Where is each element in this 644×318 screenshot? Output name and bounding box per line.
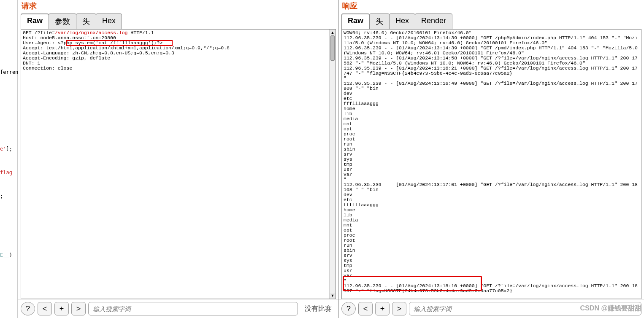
next-match-button[interactable]: > [392, 302, 406, 315]
response-body[interactable]: WOW64; rv:46.0) Gecko/20100101 Firefox/4… [342, 30, 641, 299]
tab-hex[interactable]: Hex [96, 13, 122, 29]
tab-hex[interactable]: Hex [389, 13, 415, 29]
request-scrollbar[interactable]: ▲ ▼ [329, 30, 336, 299]
tab-params[interactable]: 参数 [49, 13, 76, 29]
gutter-line: E__ [0, 252, 9, 258]
code-gutter: ferren e']; flag ; E__) [0, 0, 18, 318]
help-button[interactable]: ? [341, 302, 356, 315]
scroll-thumb[interactable] [330, 35, 335, 61]
tab-headers[interactable]: 头 [369, 13, 390, 29]
gutter-line: ferren [0, 69, 18, 75]
request-body[interactable]: GET /?file=/var/log/nginx/access.log HTT… [21, 30, 329, 299]
gutter-line: ; [0, 193, 3, 199]
tab-headers[interactable]: 头 [76, 13, 96, 29]
gutter-line: e' [0, 146, 6, 152]
next-match-button[interactable]: > [71, 302, 86, 315]
gutter-line: flag [0, 170, 12, 175]
request-tabs: Raw 参数 头 Hex [18, 12, 338, 29]
search-input[interactable] [88, 302, 298, 315]
response-bottom-bar: ? < + > [339, 299, 644, 318]
tab-raw[interactable]: Raw [21, 13, 49, 29]
help-button[interactable]: ? [21, 302, 35, 315]
tab-raw[interactable]: Raw [341, 13, 370, 29]
request-title: 请求 [18, 0, 338, 12]
response-content-wrap: WOW64; rv:46.0) Gecko/20100101 Firefox/4… [341, 29, 641, 299]
response-pane: 响应 Raw 头 Hex Render WOW64; rv:46.0) Geck… [338, 0, 644, 318]
scroll-down-icon[interactable]: ▼ [330, 293, 336, 299]
search-input[interactable] [409, 302, 641, 315]
tab-render[interactable]: Render [415, 13, 452, 29]
request-pane: 请求 Raw 参数 头 Hex GET /?file=/var/log/ngin… [18, 0, 338, 318]
add-match-button[interactable]: + [375, 302, 390, 315]
no-match-label: 没有比赛 [300, 305, 336, 313]
scroll-up-icon[interactable]: ▲ [330, 30, 336, 35]
request-content-wrap: GET /?file=/var/log/nginx/access.log HTT… [21, 29, 336, 299]
request-bottom-bar: ? < + > 没有比赛 [18, 299, 338, 318]
response-title: 响应 [339, 0, 644, 12]
response-tabs: Raw 头 Hex Render [339, 12, 644, 29]
prev-match-button[interactable]: < [358, 302, 373, 315]
add-match-button[interactable]: + [54, 302, 69, 315]
prev-match-button[interactable]: < [38, 302, 52, 315]
